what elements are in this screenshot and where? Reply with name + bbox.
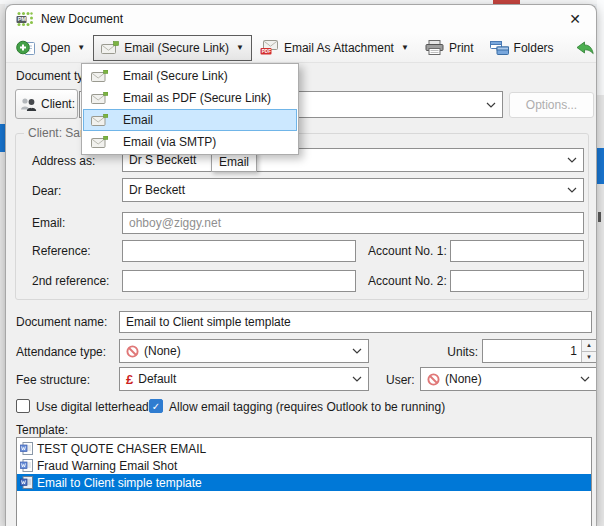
client-people-icon [20, 97, 37, 112]
email-template-doc-icon [20, 459, 33, 472]
template-item-label: TEST QUOTE CHASER EMAIL [37, 442, 206, 456]
envelope-icon [91, 136, 108, 148]
fee-structure-combobox[interactable]: £ Default [119, 367, 369, 391]
open-button[interactable]: Open ▼ [8, 35, 93, 61]
account-no-1-label: Account No. 1: [368, 244, 447, 258]
template-item-label: Email to Client simple template [37, 476, 202, 490]
envelope-icon [91, 114, 108, 126]
email-attachment-dropdown-arrow-icon[interactable]: ▼ [401, 43, 409, 52]
titlebar: PM New Document ✕ [6, 5, 596, 33]
attendance-type-combobox[interactable]: (None) [119, 339, 369, 363]
spinner-up-icon[interactable]: ▲ [582, 340, 596, 352]
fee-structure-label: Fee structure: [16, 373, 90, 387]
template-list-item[interactable]: TEST QUOTE CHASER EMAIL [17, 440, 591, 457]
envelope-icon [91, 92, 108, 104]
units-spin-buttons: ▲ ▼ [581, 340, 596, 362]
dear-label: Dear: [32, 184, 61, 198]
use-digital-letterhead-label: Use digital letterhead [36, 400, 149, 414]
chevron-down-icon [580, 376, 590, 382]
options-button[interactable]: Options... [509, 92, 594, 118]
template-label: Template: [16, 423, 68, 437]
email-type-dropdown-menu: Email (Secure Link) Email as PDF (Secure… [81, 63, 299, 155]
address-as-label: Address as: [32, 154, 95, 168]
none-prohibition-icon [126, 345, 139, 358]
cancel-button[interactable]: Cancel [568, 35, 597, 61]
envelope-icon [91, 70, 108, 82]
backdrop-right-white [597, 0, 604, 95]
client-groupbox: Client: Sam Address as: Dr S Beckett Dea… [15, 133, 589, 300]
dear-value: Dr Beckett [129, 183, 562, 197]
pdf-envelope-icon: PDF [260, 40, 279, 55]
attendance-type-value: (None) [144, 344, 347, 358]
folders-icon [490, 41, 509, 55]
email-field[interactable]: ohboy@ziggy.net [122, 212, 584, 234]
allow-email-tagging-label: Allow email tagging (requires Outlook to… [169, 400, 445, 414]
menu-item-label: Email (via SMTP) [123, 135, 216, 149]
email-as-attachment-button[interactable]: PDF Email As Attachment ▼ [252, 35, 417, 61]
open-new-document-icon [16, 39, 36, 56]
template-list-item-selected[interactable]: Email to Client simple template [17, 474, 591, 491]
spinner-down-icon[interactable]: ▼ [582, 352, 596, 363]
email-template-doc-icon [20, 476, 33, 489]
menu-item-email[interactable]: Email [83, 109, 297, 131]
none-prohibition-icon [427, 373, 440, 386]
dear-combobox[interactable]: Dr Beckett [122, 178, 584, 202]
email-envelope-icon [101, 41, 119, 54]
user-value: (None) [445, 372, 575, 386]
reference-field[interactable] [122, 240, 356, 262]
client-button-label: Client: [41, 97, 75, 111]
new-document-dialog: PM New Document ✕ Open ▼ [5, 4, 597, 526]
menu-item-label: Email (Secure Link) [123, 69, 228, 83]
client-selector-button[interactable]: Client: [15, 89, 78, 119]
second-reference-field[interactable] [122, 270, 356, 292]
template-list-item[interactable]: Fraud Warning Email Shot [17, 457, 591, 474]
account-no-2-label: Account No. 2: [368, 274, 447, 288]
menu-item-email-as-pdf-secure-link[interactable]: Email as PDF (Secure Link) [83, 87, 297, 109]
units-stepper[interactable]: 1 ▲ ▼ [482, 339, 597, 363]
template-listbox[interactable]: TEST QUOTE CHASER EMAIL Fraud Warning Em… [16, 437, 592, 526]
chevron-down-icon [352, 376, 362, 382]
folders-button[interactable]: Folders [482, 35, 562, 61]
units-value: 1 [483, 344, 581, 358]
menu-item-email-via-smtp[interactable]: Email (via SMTP) [83, 131, 297, 153]
email-secure-dropdown-arrow-icon[interactable]: ▼ [236, 43, 244, 52]
second-reference-label: 2nd reference: [32, 274, 109, 288]
pound-icon: £ [126, 372, 133, 387]
email-value: ohboy@ziggy.net [129, 216, 577, 230]
fee-structure-value: Default [138, 372, 347, 386]
backdrop-right-text-fragment [598, 212, 601, 222]
document-name-field[interactable]: Email to Client simple template [119, 311, 592, 333]
user-combobox[interactable]: (None) [420, 367, 597, 391]
svg-text:PM: PM [18, 16, 27, 22]
chevron-down-icon [352, 348, 362, 354]
email-secure-link-button[interactable]: Email (Secure Link) ▼ [93, 35, 252, 61]
tooltip-text: Email [219, 155, 249, 169]
open-dropdown-arrow-icon[interactable]: ▼ [77, 43, 85, 52]
print-button-label: Print [449, 41, 474, 55]
printer-icon [425, 40, 444, 55]
email-secure-link-label: Email (Secure Link) [124, 41, 229, 55]
backdrop-right-selection-fragment [597, 148, 604, 184]
close-icon[interactable]: ✕ [564, 9, 586, 29]
menu-item-email-secure-link[interactable]: Email (Secure Link) [83, 65, 297, 87]
window-title: New Document [41, 12, 123, 26]
email-as-attachment-label: Email As Attachment [284, 41, 394, 55]
chevron-down-icon [567, 187, 577, 193]
allow-email-tagging-checkbox[interactable]: ✓ [149, 399, 163, 413]
use-digital-letterhead-checkbox[interactable] [16, 399, 30, 413]
email-label: Email: [32, 216, 65, 230]
app-icon: PM [16, 11, 33, 27]
attendance-type-label: Attendance type: [16, 345, 106, 359]
account-no-2-field[interactable] [450, 270, 584, 292]
svg-text:PDF: PDF [262, 49, 271, 54]
user-label: User: [386, 373, 415, 387]
folders-button-label: Folders [514, 41, 554, 55]
menu-item-label: Email [123, 113, 153, 127]
account-no-1-field[interactable] [450, 240, 584, 262]
document-name-label: Document name: [16, 315, 107, 329]
email-template-doc-icon [20, 442, 33, 455]
units-label: Units: [436, 345, 478, 359]
menu-item-label: Email as PDF (Secure Link) [123, 91, 271, 105]
document-name-value: Email to Client simple template [126, 315, 585, 329]
print-button[interactable]: Print [417, 35, 482, 61]
